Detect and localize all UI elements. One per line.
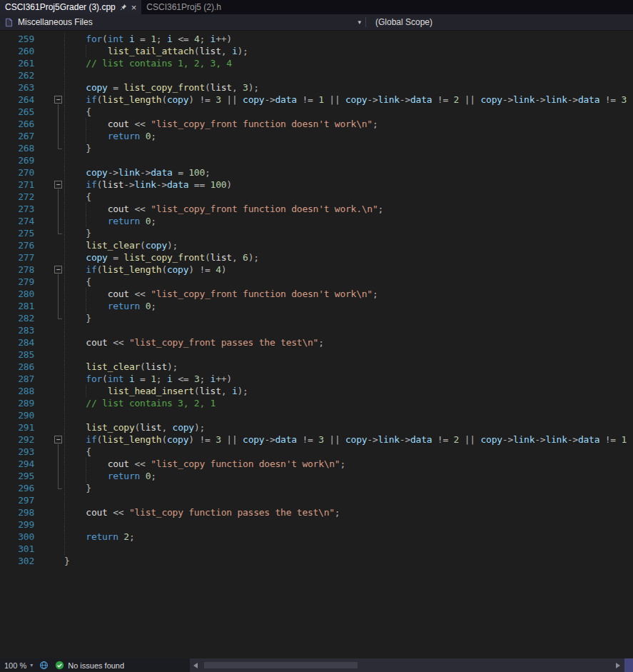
fold-margin: − xyxy=(34,94,64,106)
code-text: // list contains 3, 2, 1 xyxy=(64,397,633,409)
code-line: 295 return 0; xyxy=(0,470,633,482)
code-line: 272 { xyxy=(0,191,633,203)
code-text: } xyxy=(64,227,633,239)
code-text: copy = list_copy_front(list, 6); xyxy=(64,251,633,264)
fold-margin xyxy=(34,373,64,385)
code-line: 298 cout << "list_copy function passes t… xyxy=(0,506,633,518)
code-line: 269 xyxy=(0,154,633,166)
indent-guide xyxy=(64,288,65,300)
code-text: if(list_length(copy) != 3 || copy->data … xyxy=(64,433,633,446)
code-line: 260 list_tail_attach(list, i); xyxy=(0,45,633,57)
indent-guide xyxy=(86,130,86,142)
line-number: 288 xyxy=(0,385,34,397)
document-health-indicator[interactable]: No issues found xyxy=(55,661,124,670)
indent-guide xyxy=(64,142,65,154)
line-number: 272 xyxy=(0,191,34,203)
indent-guide xyxy=(64,506,65,518)
close-icon[interactable]: × xyxy=(131,3,137,12)
code-text: } xyxy=(64,312,633,324)
health-message: No issues found xyxy=(68,661,124,670)
chevron-down-icon: ▾ xyxy=(358,19,361,26)
scroll-left-icon[interactable] xyxy=(193,663,198,668)
code-text xyxy=(64,324,633,336)
code-text xyxy=(64,69,633,81)
indent-guide xyxy=(64,106,65,118)
code-line: 282 } xyxy=(0,312,633,324)
indent-guide xyxy=(64,130,65,142)
chevron-down-icon: ▾ xyxy=(30,662,33,668)
scope-dropdown[interactable]: (Global Scope) xyxy=(366,14,633,30)
fold-margin: − xyxy=(34,179,64,191)
indent-guide xyxy=(86,288,86,300)
code-line: 290 xyxy=(0,409,633,421)
code-editor[interactable]: 259 for(int i = 1; i <= 4; i++)260 list_… xyxy=(0,31,633,658)
fold-margin xyxy=(34,470,64,482)
code-line: 279 { xyxy=(0,276,633,288)
indent-guide xyxy=(64,179,65,191)
fold-margin xyxy=(34,506,64,518)
indent-guide xyxy=(64,482,65,494)
globe-icon[interactable] xyxy=(39,661,49,670)
scrollbar-thumb[interactable] xyxy=(204,662,358,668)
indent-guide xyxy=(86,458,86,470)
project-dropdown[interactable]: Miscellaneous Files ▾ xyxy=(0,14,365,30)
horizontal-scrollbar[interactable] xyxy=(190,658,633,672)
code-line: 271− if(list->link->data == 100) xyxy=(0,179,633,191)
line-number: 302 xyxy=(0,555,34,567)
line-number: 290 xyxy=(0,409,34,421)
code-line: 264− if(list_length(copy) != 3 || copy->… xyxy=(0,94,633,106)
line-number: 289 xyxy=(0,397,34,409)
fold-margin xyxy=(34,300,64,312)
zoom-control[interactable]: 100 % ▾ xyxy=(4,661,33,670)
tab-csci361proj5-h[interactable]: CSCI361Proj5 (2).h xyxy=(141,0,226,14)
code-text xyxy=(64,543,633,555)
fold-margin xyxy=(34,385,64,397)
code-text xyxy=(64,409,633,421)
code-text: list_head_insert(list, i); xyxy=(64,385,633,397)
indent-guide xyxy=(64,397,65,409)
fold-collapse-icon[interactable]: − xyxy=(54,436,62,443)
indent-guide xyxy=(64,409,65,421)
indent-guide xyxy=(64,276,65,288)
fold-margin xyxy=(34,336,64,348)
code-text: return 0; xyxy=(64,470,633,482)
line-number: 263 xyxy=(0,81,34,94)
indent-guide xyxy=(64,251,65,264)
indent-guide xyxy=(64,239,65,251)
tab-bar: CSCI361Proj5Grader (3).cpp × CSCI361Proj… xyxy=(0,0,633,14)
line-number: 264 xyxy=(0,94,34,106)
line-number: 293 xyxy=(0,446,34,458)
fold-margin xyxy=(34,555,64,567)
code-line: 266 cout << "list_copy_front function do… xyxy=(0,118,633,130)
pin-icon[interactable] xyxy=(120,4,127,11)
code-line: 285 xyxy=(0,348,633,361)
project-dropdown-label: Miscellaneous Files xyxy=(18,17,93,27)
indent-guide xyxy=(86,45,86,57)
indent-guide xyxy=(64,385,65,397)
line-number: 281 xyxy=(0,300,34,312)
fold-collapse-icon[interactable]: − xyxy=(54,266,62,274)
fold-margin xyxy=(34,446,64,458)
scroll-right-icon[interactable] xyxy=(616,663,620,668)
tab-csci361proj5grader-cpp[interactable]: CSCI361Proj5Grader (3).cpp × xyxy=(0,0,141,14)
code-line: 280 cout << "list_copy_front function do… xyxy=(0,288,633,300)
fold-margin xyxy=(34,81,64,94)
line-number: 295 xyxy=(0,470,34,482)
fold-margin xyxy=(34,361,64,373)
fold-margin xyxy=(34,494,64,506)
code-text: list_tail_attach(list, i); xyxy=(64,45,633,57)
fold-margin xyxy=(34,348,64,361)
code-text: { xyxy=(64,191,633,203)
indent-guide xyxy=(86,385,86,397)
code-line: 289 // list contains 3, 2, 1 xyxy=(0,397,633,409)
code-text: if(list_length(copy) != 3 || copy->data … xyxy=(64,94,633,106)
code-text: cout << "list_copy function doesn't work… xyxy=(64,458,633,470)
zoom-value: 100 % xyxy=(4,661,26,670)
indent-guide xyxy=(64,531,65,543)
fold-collapse-icon[interactable]: − xyxy=(54,181,62,189)
code-text: { xyxy=(64,446,633,458)
line-number: 285 xyxy=(0,348,34,361)
line-number: 262 xyxy=(0,69,34,81)
line-number: 266 xyxy=(0,118,34,130)
fold-collapse-icon[interactable]: − xyxy=(54,96,62,104)
